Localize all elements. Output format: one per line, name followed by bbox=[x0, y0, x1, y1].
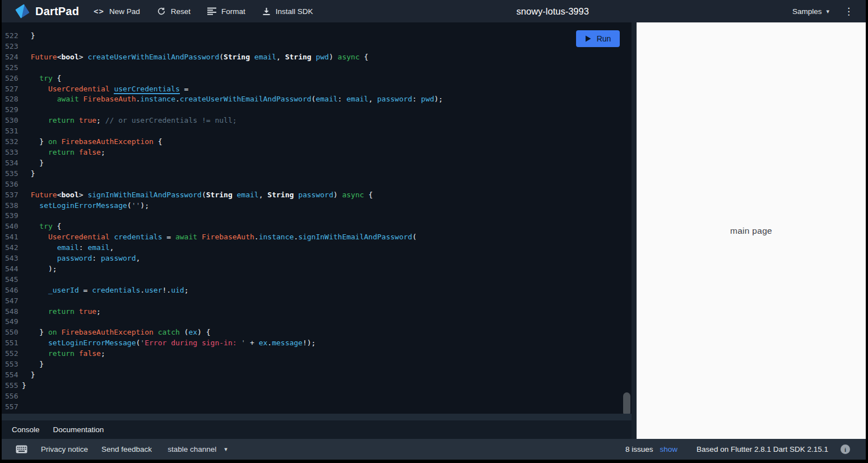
code-line: 536 bbox=[2, 179, 632, 190]
new-pad-button[interactable]: <> New Pad bbox=[94, 7, 140, 16]
line-number: 545 bbox=[2, 275, 22, 285]
code-line: 556 bbox=[2, 391, 632, 402]
line-number: 548 bbox=[2, 307, 22, 317]
line-number: 522 bbox=[2, 31, 22, 41]
line-number: 540 bbox=[2, 221, 22, 232]
format-button[interactable]: Format bbox=[207, 7, 245, 16]
code-line: 529 bbox=[2, 105, 632, 115]
code-line: 523 bbox=[2, 41, 632, 52]
code-line: 553 } bbox=[2, 359, 632, 370]
dartpad-logo-icon bbox=[15, 4, 30, 18]
issues-count: 8 issues bbox=[625, 445, 653, 453]
editor-scrollbar-thumb[interactable] bbox=[623, 392, 630, 414]
line-number: 549 bbox=[2, 317, 22, 327]
samples-dropdown[interactable]: Samples ▾ bbox=[792, 7, 829, 16]
tab-documentation[interactable]: Documentation bbox=[53, 425, 104, 434]
pad-title-wrap: snowy-lotus-3993 bbox=[313, 6, 792, 17]
vertical-splitter[interactable] bbox=[632, 22, 637, 439]
channel-dropdown[interactable]: stable channel ▾ bbox=[168, 445, 228, 453]
header-bar: DartPad <> New Pad Reset Format bbox=[2, 0, 866, 22]
code-line: 541 UserCredential credentials = await F… bbox=[2, 232, 632, 243]
play-icon bbox=[585, 35, 591, 42]
line-number: 552 bbox=[2, 349, 22, 359]
console-tab-bar: Console Documentation bbox=[2, 420, 632, 439]
app-title: DartPad bbox=[35, 5, 79, 18]
line-number: 537 bbox=[2, 190, 22, 201]
line-number: 526 bbox=[2, 73, 22, 84]
keyboard-shortcuts-button[interactable] bbox=[16, 445, 27, 453]
brand[interactable]: DartPad bbox=[15, 4, 79, 18]
line-number: 532 bbox=[2, 137, 22, 147]
code-line: 549 bbox=[2, 317, 632, 327]
format-align-icon bbox=[207, 7, 216, 15]
code-line: 547 bbox=[2, 296, 632, 307]
app-output-text: main page bbox=[730, 226, 772, 236]
code-line: 526 try { bbox=[2, 73, 632, 84]
samples-label: Samples bbox=[792, 7, 822, 16]
privacy-notice-link[interactable]: Privacy notice bbox=[41, 445, 88, 453]
code-lines: 522 }523524 Future<bool> createUserWithE… bbox=[2, 22, 632, 413]
code-line: 540 try { bbox=[2, 221, 632, 232]
run-button[interactable]: Run bbox=[576, 30, 620, 47]
line-number: 555 bbox=[2, 381, 22, 391]
code-line: 551 setLoginErrorMessage('Error during s… bbox=[2, 338, 632, 349]
reset-button[interactable]: Reset bbox=[157, 7, 191, 16]
line-number: 528 bbox=[2, 94, 22, 105]
code-line: 535 } bbox=[2, 169, 632, 179]
header-right: Samples ▾ ⋮ bbox=[792, 6, 856, 17]
line-number: 531 bbox=[2, 126, 22, 137]
line-number: 539 bbox=[2, 211, 22, 221]
code-line: 542 email: email, bbox=[2, 243, 632, 253]
code-line: 554 } bbox=[2, 370, 632, 381]
line-number: 527 bbox=[2, 84, 22, 95]
footer-bar: Privacy notice Send feedback stable chan… bbox=[2, 439, 866, 460]
horizontal-splitter[interactable] bbox=[2, 414, 632, 420]
line-number: 542 bbox=[2, 243, 22, 253]
code-line: 533 return false; bbox=[2, 147, 632, 158]
issues-group: 8 issues show bbox=[625, 445, 677, 453]
code-line: 527 UserCredential userCredentials = bbox=[2, 84, 632, 95]
line-number: 553 bbox=[2, 359, 22, 370]
pad-title: snowy-lotus-3993 bbox=[517, 6, 589, 16]
app-output-panel: main page bbox=[637, 22, 866, 439]
info-icon[interactable]: i bbox=[841, 445, 850, 454]
code-line: 544 ); bbox=[2, 264, 632, 275]
code-line: 525 bbox=[2, 63, 632, 73]
overflow-menu-button[interactable]: ⋮ bbox=[842, 6, 856, 17]
new-pad-label: New Pad bbox=[109, 7, 140, 16]
code-line: 537 Future<bool> signInWithEmailAndPassw… bbox=[2, 190, 632, 201]
header-nav: <> New Pad Reset Format bbox=[94, 7, 313, 16]
send-feedback-link[interactable]: Send feedback bbox=[101, 445, 152, 453]
code-line: 539 bbox=[2, 211, 632, 221]
code-line: 543 password: password, bbox=[2, 253, 632, 264]
line-number: 551 bbox=[2, 338, 22, 349]
code-line: 528 await FirebaseAuth.instance.createUs… bbox=[2, 94, 632, 105]
show-issues-link[interactable]: show bbox=[660, 445, 678, 453]
code-line: 531 bbox=[2, 126, 632, 137]
line-number: 523 bbox=[2, 41, 22, 52]
format-label: Format bbox=[221, 7, 245, 16]
code-line: 555} bbox=[2, 381, 632, 391]
channel-label: stable channel bbox=[168, 445, 216, 453]
line-number: 530 bbox=[2, 115, 22, 126]
code-editor[interactable]: 522 }523524 Future<bool> createUserWithE… bbox=[2, 22, 632, 414]
line-number: 546 bbox=[2, 285, 22, 296]
code-line: 534 } bbox=[2, 158, 632, 169]
line-number: 525 bbox=[2, 63, 22, 73]
keyboard-icon bbox=[16, 445, 27, 453]
line-number: 538 bbox=[2, 201, 22, 211]
line-number: 535 bbox=[2, 169, 22, 179]
code-line: 530 return true; // or userCredentials !… bbox=[2, 115, 632, 126]
line-number: 550 bbox=[2, 327, 22, 338]
tab-console[interactable]: Console bbox=[12, 425, 40, 434]
install-sdk-label: Install SDK bbox=[276, 7, 313, 16]
footer-right: 8 issues show Based on Flutter 2.8.1 Dar… bbox=[625, 445, 850, 454]
code-line: 538 setLoginErrorMessage(''); bbox=[2, 201, 632, 211]
dartpad-window: DartPad <> New Pad Reset Format bbox=[0, 0, 868, 463]
line-number: 547 bbox=[2, 296, 22, 307]
chevron-down-icon: ▾ bbox=[826, 8, 829, 15]
line-number: 534 bbox=[2, 158, 22, 169]
refresh-icon bbox=[157, 7, 166, 16]
line-number: 541 bbox=[2, 232, 22, 243]
install-sdk-button[interactable]: Install SDK bbox=[262, 7, 313, 16]
